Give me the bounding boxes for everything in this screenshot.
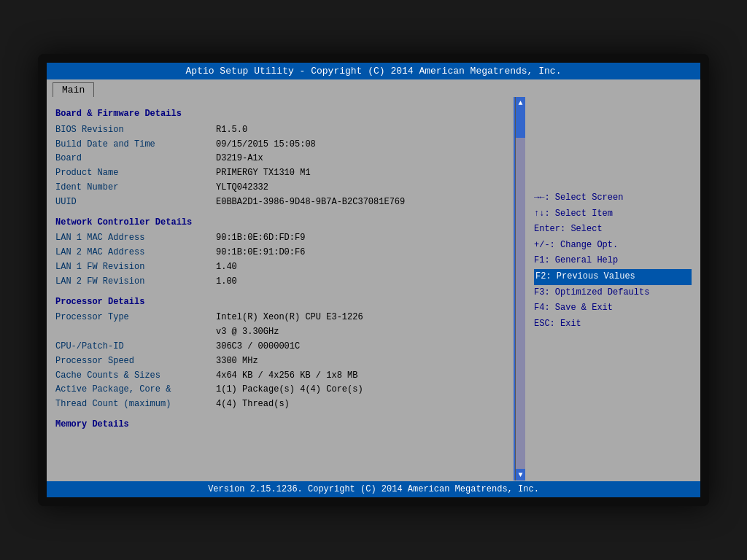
network-section-title: Network Controller Details (55, 216, 505, 230)
header-title: Aptio Setup Utility - Copyright (C) 2014… (186, 66, 562, 77)
uuid-label: UUID (55, 195, 216, 210)
lan2-mac-label: LAN 2 MAC Address (55, 246, 216, 260)
help-change-opt: +/-: Change Opt. (534, 238, 692, 254)
bios-revision-row: BIOS Revision R1.5.0 (55, 123, 505, 138)
help-select-item: ↑↓: Select Item (534, 206, 692, 222)
lan1-fw-row: LAN 1 FW Revision 1.40 (55, 260, 505, 275)
build-date-value: 09/15/2015 15:05:08 (216, 138, 316, 152)
header-bar: Aptio Setup Utility - Copyright (C) 2014… (47, 63, 700, 79)
help-select-screen: →←: Select Screen (534, 190, 692, 206)
content-area: Board & Firmware Details BIOS Revision R… (47, 97, 700, 481)
help-f4: F4: Save & Exit (534, 300, 692, 316)
cache-value: 4x64 KB / 4x256 KB / 1x8 MB (216, 369, 357, 384)
scrollbar[interactable]: ▲ ▼ (515, 97, 525, 481)
memory-section-title: Memory Details (55, 418, 505, 432)
processor-section-title: Processor Details (55, 295, 505, 310)
active-package-row: Active Package, Core & 1(1) Package(s) 4… (55, 383, 505, 397)
bios-revision-value: R1.5.0 (216, 123, 247, 138)
processor-type-row: Processor Type Intel(R) Xeon(R) CPU E3-1… (55, 311, 505, 325)
processor-type-row2: v3 @ 3.30GHz (55, 325, 505, 340)
product-name-label: Product Name (55, 166, 216, 181)
build-date-label: Build Date and Time (55, 138, 216, 152)
right-panel: →←: Select Screen ↑↓: Select Item Enter:… (525, 97, 700, 481)
lan2-fw-value: 1.00 (216, 275, 237, 289)
bios-revision-label: BIOS Revision (55, 123, 216, 138)
ident-number-value: YLTQ042332 (216, 181, 268, 195)
lan1-fw-label: LAN 1 FW Revision (55, 260, 216, 275)
ident-number-row: Ident Number YLTQ042332 (55, 181, 505, 195)
lan1-fw-value: 1.40 (216, 260, 237, 275)
lan1-mac-row: LAN 1 MAC Address 90:1B:0E:6D:FD:F9 (55, 231, 505, 246)
cache-row: Cache Counts & Sizes 4x64 KB / 4x256 KB … (55, 369, 505, 384)
board-row: Board D3219-A1x (55, 152, 505, 166)
help-esc: ESC: Exit (534, 316, 692, 332)
cpu-patch-row: CPU-/Patch-ID 306C3 / 0000001C (55, 340, 505, 354)
lan1-mac-label: LAN 1 MAC Address (55, 231, 216, 246)
scroll-track (516, 109, 526, 469)
thread-count-value: 4(4) Thread(s) (216, 397, 290, 412)
uuid-value: E0BBA2D1-3986-9D48-9B7A-B2C37081E769 (216, 195, 405, 210)
tab-main[interactable]: Main (53, 82, 94, 97)
uuid-row: UUID E0BBA2D1-3986-9D48-9B7A-B2C37081E76… (55, 195, 505, 210)
thread-count-row: Thread Count (maximum) 4(4) Thread(s) (55, 397, 505, 412)
lan2-mac-value: 90:1B:0E:91:D0:F6 (216, 246, 305, 260)
lan2-mac-row: LAN 2 MAC Address 90:1B:0E:91:D0:F6 (55, 246, 505, 260)
cache-label: Cache Counts & Sizes (55, 369, 216, 384)
left-panel: Board & Firmware Details BIOS Revision R… (47, 97, 515, 481)
processor-type-value: Intel(R) Xeon(R) CPU E3-1226 (216, 311, 363, 325)
board-value: D3219-A1x (216, 152, 263, 166)
help-f3: F3: Optimized Defaults (534, 285, 692, 301)
tab-row: Main (47, 79, 700, 97)
footer-text: Version 2.15.1236. Copyright (C) 2014 Am… (208, 484, 539, 494)
thread-count-label: Thread Count (maximum) (55, 397, 216, 412)
footer-bar: Version 2.15.1236. Copyright (C) 2014 Am… (47, 481, 700, 497)
board-label: Board (55, 152, 216, 166)
scroll-up-button[interactable]: ▲ (516, 97, 526, 109)
processor-speed-label: Processor Speed (55, 354, 216, 369)
cpu-patch-label: CPU-/Patch-ID (55, 340, 216, 354)
active-package-label: Active Package, Core & (55, 383, 216, 397)
lan2-fw-row: LAN 2 FW Revision 1.00 (55, 275, 505, 289)
bios-screen: Aptio Setup Utility - Copyright (C) 2014… (47, 63, 700, 497)
processor-type-label: Processor Type (55, 311, 216, 325)
active-package-value: 1(1) Package(s) 4(4) Core(s) (216, 383, 363, 397)
processor-speed-row: Processor Speed 3300 MHz (55, 354, 505, 369)
help-f2: F2: Previous Values (534, 269, 692, 285)
scroll-thumb[interactable] (516, 109, 526, 138)
monitor-bezel: Aptio Setup Utility - Copyright (C) 2014… (38, 54, 709, 506)
processor-speed-value: 3300 MHz (216, 354, 258, 369)
ident-number-label: Ident Number (55, 181, 216, 195)
cpu-patch-value: 306C3 / 0000001C (216, 340, 300, 354)
help-f1: F1: General Help (534, 253, 692, 269)
processor-type-label2 (55, 325, 216, 340)
product-name-value: PRIMERGY TX1310 M1 (216, 166, 311, 181)
build-date-row: Build Date and Time 09/15/2015 15:05:08 (55, 138, 505, 152)
scroll-down-button[interactable]: ▼ (516, 469, 526, 481)
lan1-mac-value: 90:1B:0E:6D:FD:F9 (216, 231, 305, 246)
help-enter-select: Enter: Select (534, 222, 692, 238)
board-firmware-section-title: Board & Firmware Details (55, 107, 505, 122)
lan2-fw-label: LAN 2 FW Revision (55, 275, 216, 289)
product-name-row: Product Name PRIMERGY TX1310 M1 (55, 166, 505, 181)
processor-type-value2: v3 @ 3.30GHz (216, 325, 279, 340)
